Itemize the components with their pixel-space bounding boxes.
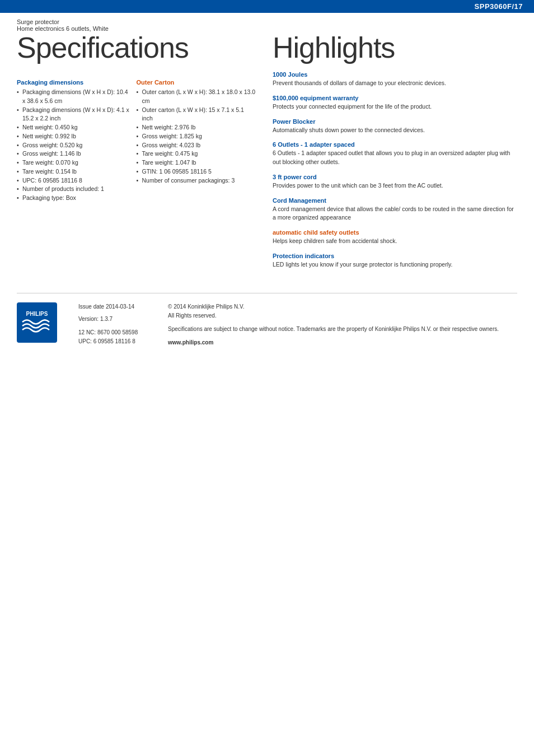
list-item: GTIN: 1 06 09585 18116 5	[137, 167, 256, 176]
list-item: Packaging dimensions (W x H x D): 10.4 x…	[17, 88, 131, 106]
list-item: Gross weight: 0.520 kg	[17, 141, 131, 150]
list-item: UPC: 6 09585 18116 8	[17, 176, 131, 185]
highlight-desc: 6 Outlets - 1 adapter spaced outlet that…	[273, 149, 517, 167]
header-bar: SPP3060F/17	[0, 0, 534, 13]
list-item: Gross weight: 4.023 lb	[137, 141, 256, 150]
outer-carton-list: Outer carton (L x W x H): 38.1 x 18.0 x …	[137, 88, 256, 185]
list-item: Outer carton (L x W x H): 38.1 x 18.0 x …	[137, 88, 256, 106]
highlight-6-outlets: 6 Outlets - 1 adapter spaced 6 Outlets -…	[273, 141, 517, 167]
nc-value: 8670 000 58598	[97, 329, 138, 335]
website-line: www.philips.com	[168, 338, 517, 347]
highlight-desc: A cord management device that allows the…	[273, 205, 517, 223]
product-code: SPP3060F/17	[475, 2, 523, 11]
highlight-child-safety: automatic child safety outlets Helps kee…	[273, 229, 517, 246]
philips-logo-icon: PHILIPS	[17, 302, 57, 343]
highlight-power-blocker: Power Blocker Automatically shuts down p…	[273, 118, 517, 135]
svg-text:PHILIPS: PHILIPS	[26, 311, 48, 317]
list-item: Tare weight: 0.154 lb	[17, 167, 131, 176]
highlight-desc: LED lights let you know if your surge pr…	[273, 260, 517, 269]
upc-value: 6 09585 18116 8	[93, 338, 135, 344]
list-item: Gross weight: 1.146 lb	[17, 150, 131, 158]
list-item: Number of products included: 1	[17, 185, 131, 194]
right-column: Highlights 1000 Joules Prevent thousands…	[267, 32, 517, 276]
highlight-title: $100,000 equipment warranty	[273, 95, 517, 101]
packaging-list: Packaging dimensions (W x H x D): 10.4 x…	[17, 88, 131, 203]
rights: All Rights reserved.	[168, 312, 217, 319]
website[interactable]: www.philips.com	[168, 339, 213, 346]
highlight-desc: Automatically shuts down power to the co…	[273, 126, 517, 135]
list-item: Tare weight: 0.070 kg	[17, 158, 131, 167]
nc-line: 12 NC: 8670 000 58598 UPC: 6 09585 18116…	[78, 328, 168, 346]
list-item: Packaging dimensions (W x H x D): 4.1 x …	[17, 106, 131, 124]
packaging-heading: Packaging dimensions	[17, 79, 131, 86]
upc-label: UPC:	[78, 338, 92, 344]
list-item: Tare weight: 0.475 kg	[137, 150, 256, 158]
highlight-title: Cord Management	[273, 197, 517, 204]
list-item: Gross weight: 1.825 kg	[137, 132, 256, 141]
list-item: Packaging type: Box	[17, 194, 131, 203]
highlight-title: 1000 Joules	[273, 71, 517, 78]
footer: PHILIPS Issue date 2014-03-14 Version: 1…	[17, 293, 517, 347]
specs-sub-columns: Packaging dimensions Packaging dimension…	[17, 71, 256, 203]
footer-meta: Issue date 2014-03-14 Version: 1.3.7 12 …	[78, 302, 168, 346]
issue-date-line: Issue date 2014-03-14	[78, 302, 168, 311]
highlight-desc: Protects your connected equipment for th…	[273, 102, 517, 111]
highlight-desc: Helps keep children safe from accidental…	[273, 237, 517, 246]
highlight-power-cord: 3 ft power cord Provides power to the un…	[273, 174, 517, 190]
highlight-1000-joules: 1000 Joules Prevent thousands of dollars…	[273, 71, 517, 88]
highlight-title: automatic child safety outlets	[273, 229, 517, 236]
product-subtitle: Surge protector Home electronics 6 outle…	[0, 13, 534, 32]
highlight-title: Protection indicators	[273, 253, 517, 259]
version-label: Version:	[78, 316, 99, 322]
list-item: Nett weight: 2.976 lb	[137, 123, 256, 132]
highlight-desc: Prevent thousands of dollars of damage t…	[273, 79, 517, 88]
copyright: © 2014 Koninklijke Philips N.V.	[168, 304, 245, 310]
list-item: Outer carton (L x W x H): 15 x 7.1 x 5.1…	[137, 106, 256, 124]
footer-legal: © 2014 Koninklijke Philips N.V. All Righ…	[168, 302, 517, 347]
list-item: Number of consumer packagings: 3	[137, 176, 256, 185]
copyright-line: © 2014 Koninklijke Philips N.V. All Righ…	[168, 302, 517, 320]
specs-title: Specifications	[17, 33, 256, 62]
highlight-protection-indicators: Protection indicators LED lights let you…	[273, 253, 517, 269]
outer-carton-col: Outer Carton Outer carton (L x W x H): 3…	[137, 71, 256, 203]
outer-carton-heading: Outer Carton	[137, 79, 256, 86]
list-item: Nett weight: 0.992 lb	[17, 132, 131, 141]
nc-label: 12 NC:	[78, 329, 96, 335]
version-line: Version: 1.3.7	[78, 315, 168, 324]
list-item: Nett weight: 0.450 kg	[17, 123, 131, 132]
legal-text: Specifications are subject to change wit…	[168, 325, 517, 334]
svg-rect-0	[17, 302, 57, 343]
left-column: Specifications Packaging dimensions Pack…	[17, 32, 267, 276]
version-value: 1.3.7	[100, 316, 113, 322]
main-content: Specifications Packaging dimensions Pack…	[0, 32, 534, 276]
list-item: Tare weight: 1.047 lb	[137, 158, 256, 167]
highlight-warranty: $100,000 equipment warranty Protects you…	[273, 95, 517, 111]
highlight-desc: Provides power to the unit which can be …	[273, 181, 517, 190]
highlight-title: 3 ft power cord	[273, 174, 517, 180]
highlights-title: Highlights	[273, 33, 517, 62]
philips-logo-container: PHILIPS	[17, 302, 62, 344]
highlight-title: Power Blocker	[273, 118, 517, 125]
highlight-cord-management: Cord Management A cord management device…	[273, 197, 517, 223]
page: SPP3060F/17 Surge protector Home electro…	[0, 0, 534, 756]
packaging-dims-col: Packaging dimensions Packaging dimension…	[17, 71, 137, 203]
highlight-title: 6 Outlets - 1 adapter spaced	[273, 141, 517, 148]
product-category: Surge protector	[17, 18, 517, 25]
